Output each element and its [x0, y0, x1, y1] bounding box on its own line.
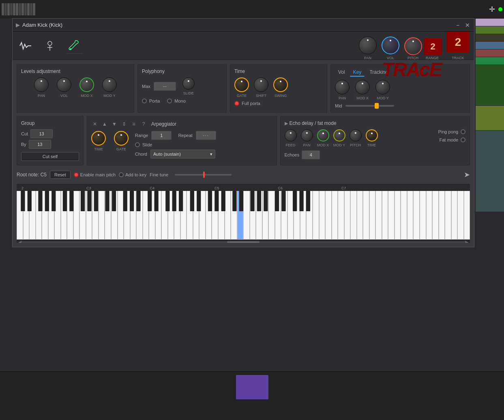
arp-slide-radio[interactable] [135, 142, 140, 147]
white-key[interactable] [187, 191, 193, 240]
white-key[interactable] [130, 191, 137, 240]
key-mody-knob[interactable] [375, 80, 390, 94]
white-key[interactable] [287, 191, 294, 240]
white-key[interactable] [143, 191, 149, 240]
envelope-icon[interactable] [42, 38, 58, 54]
add-to-key-radio[interactable] [119, 172, 124, 177]
white-key[interactable] [168, 191, 174, 240]
white-key[interactable] [306, 191, 313, 240]
piano-scrollbar[interactable]: ◀ ▶ [17, 240, 470, 243]
key-modx-knob[interactable] [355, 80, 370, 94]
white-key[interactable] [36, 191, 42, 240]
white-key[interactable] [155, 191, 162, 240]
arp-gate-knob[interactable] [114, 131, 129, 146]
white-key[interactable] [275, 191, 281, 240]
mono-radio[interactable] [167, 99, 172, 103]
white-key[interactable] [250, 191, 256, 240]
white-key[interactable] [99, 191, 105, 240]
time-shift-knob[interactable] [254, 77, 268, 92]
white-key[interactable] [451, 191, 458, 240]
white-key[interactable] [344, 191, 351, 240]
white-key[interactable] [42, 191, 48, 240]
tab-vol[interactable]: Vol [335, 69, 348, 77]
white-key[interactable] [161, 191, 168, 240]
white-key[interactable] [420, 191, 426, 240]
white-key[interactable] [218, 191, 225, 240]
white-key[interactable] [313, 191, 319, 240]
poly-max-input[interactable]: ··· [154, 82, 176, 91]
ping-pong-radio[interactable] [461, 129, 465, 134]
white-key[interactable] [199, 191, 206, 240]
white-key[interactable] [61, 191, 67, 240]
scroll-thumb[interactable] [227, 241, 260, 243]
mid-slider-track[interactable] [345, 105, 394, 107]
cut-spinbox[interactable]: 13 [30, 129, 53, 138]
white-key[interactable] [319, 191, 326, 240]
porta-radio[interactable] [142, 99, 147, 103]
white-key[interactable] [118, 191, 124, 240]
echo-time-knob[interactable] [366, 129, 378, 141]
levels-modx-knob[interactable] [79, 77, 94, 92]
white-key[interactable] [174, 191, 180, 240]
close-button[interactable]: ✕ [464, 22, 471, 28]
white-key[interactable] [281, 191, 287, 240]
white-key[interactable] [136, 191, 143, 240]
repeat-input[interactable]: ··· [196, 131, 216, 140]
white-key[interactable] [395, 191, 401, 240]
white-key[interactable] [426, 191, 433, 240]
white-key[interactable] [357, 191, 363, 240]
arp-up-btn[interactable]: ▲ [101, 120, 108, 128]
white-key[interactable] [92, 191, 99, 240]
white-key[interactable] [300, 191, 307, 240]
white-key[interactable] [225, 191, 231, 240]
white-key[interactable] [54, 191, 61, 240]
arp-swap-btn[interactable]: ⇕ [120, 120, 128, 128]
white-key[interactable] [325, 191, 332, 240]
toolbar-pitch-knob[interactable] [404, 37, 422, 55]
white-key[interactable] [29, 191, 36, 240]
white-key[interactable] [23, 191, 30, 240]
scroll-right-arrow[interactable]: ▶ [465, 240, 468, 243]
echo-feed-knob[interactable] [285, 129, 297, 141]
white-key[interactable] [262, 191, 269, 240]
arp-down-btn[interactable]: ▼ [111, 120, 118, 128]
white-key[interactable] [350, 191, 357, 240]
white-key[interactable] [432, 191, 439, 240]
white-key[interactable] [193, 191, 199, 240]
white-key[interactable] [243, 191, 250, 240]
white-key[interactable] [79, 191, 86, 240]
white-key[interactable] [369, 191, 376, 240]
white-key[interactable] [105, 191, 111, 240]
levels-vol-knob[interactable] [57, 77, 71, 92]
white-key[interactable] [73, 191, 80, 240]
white-key[interactable] [375, 191, 382, 240]
white-key[interactable] [332, 191, 338, 240]
minimize-button[interactable]: − [455, 22, 461, 28]
reset-button[interactable]: Reset [50, 171, 71, 179]
wave-icon[interactable] [17, 38, 34, 54]
white-key[interactable] [111, 191, 118, 240]
white-key[interactable] [382, 191, 388, 240]
arp-help-btn[interactable]: ? [140, 120, 147, 128]
white-key[interactable] [439, 191, 445, 240]
tab-key[interactable]: Key [350, 69, 365, 77]
white-key[interactable] [180, 191, 187, 240]
chord-select[interactable]: Auto (sustain) ▾ [150, 150, 215, 159]
white-key-c5[interactable] [237, 191, 244, 240]
white-key[interactable] [212, 191, 218, 240]
white-key[interactable] [401, 191, 407, 240]
white-key[interactable] [124, 191, 130, 240]
toolbar-pan-knob[interactable] [359, 36, 377, 54]
echo-pan-knob[interactable] [301, 129, 313, 141]
arp-align-btn[interactable]: ≡ [130, 120, 137, 128]
arp-close-btn[interactable]: ✕ [91, 120, 99, 128]
white-key[interactable] [363, 191, 369, 240]
white-key[interactable] [457, 191, 464, 240]
white-key[interactable] [388, 191, 395, 240]
white-key[interactable] [86, 191, 92, 240]
cut-self-button[interactable]: Cut self [21, 152, 79, 161]
white-key[interactable] [413, 191, 420, 240]
wrench-icon[interactable] [66, 38, 82, 54]
poly-slide-knob[interactable] [182, 77, 195, 90]
levels-pan-knob[interactable] [34, 77, 49, 92]
